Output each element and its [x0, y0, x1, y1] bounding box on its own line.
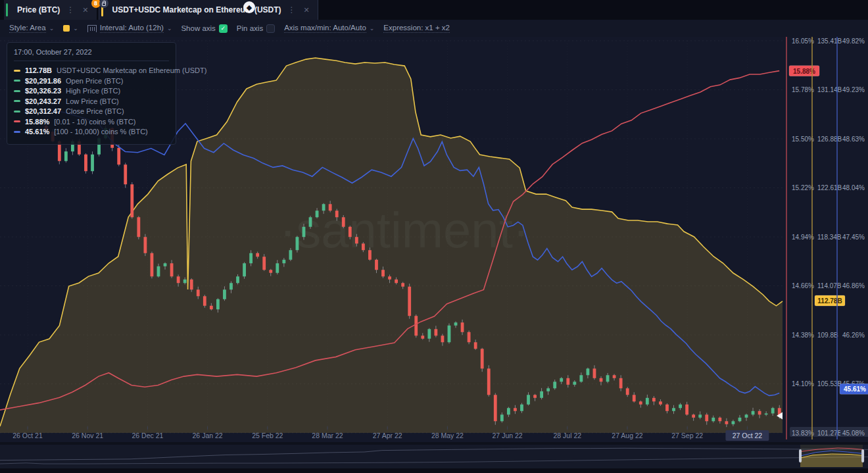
axis-tick-label: 131.14B — [817, 86, 842, 93]
legend-series-label: Close Price (BTC) — [66, 107, 124, 115]
candle — [349, 227, 352, 237]
axis-tick-label: 15.50% — [792, 136, 814, 143]
axis-tick-label: 16.05% — [792, 37, 814, 45]
x-axis-label: 27 Jun 22 — [493, 432, 523, 439]
x-axis-label: 27 Oct 22 — [733, 432, 763, 439]
candle — [685, 405, 688, 414]
nav-drag-handle[interactable] — [799, 449, 802, 462]
show-axis-toggle[interactable]: Show axis ✓ — [181, 24, 227, 33]
candle — [151, 253, 154, 276]
axis-tick-label: 109.8B — [817, 332, 838, 339]
candle — [381, 270, 385, 276]
interval-icon — [87, 25, 97, 32]
show-axis-label: Show axis — [181, 24, 215, 32]
candle — [553, 382, 556, 388]
chevron-down-icon: ⌄ — [167, 25, 172, 32]
pin-axis-toggle[interactable]: Pin axis — [237, 24, 275, 33]
legend-item: 45.61%[100 - 10,000) coins % (BTC) — [14, 128, 169, 136]
expression-control[interactable]: Expression: x1 + x2 — [383, 24, 450, 33]
axis-tick-label: 14.66% — [792, 282, 814, 289]
candle — [758, 411, 761, 414]
axis-tick-label: 105.53B — [817, 380, 842, 387]
show-axis-checkbox[interactable]: ✓ — [219, 24, 228, 33]
style-dropdown[interactable]: Style: Area ⌄ — [9, 24, 54, 33]
candle — [91, 155, 94, 171]
explore-diamond-button[interactable]: ◆ — [243, 1, 255, 13]
tab-title: Price (BTC) — [12, 5, 60, 14]
x-axis-label: 27 Apr 22 — [373, 432, 402, 439]
legend-series-dash — [14, 131, 20, 133]
axis-tick-label: 46.86% — [842, 282, 865, 289]
candle — [732, 421, 735, 424]
candle — [164, 263, 167, 266]
candle — [652, 398, 656, 401]
candle — [705, 414, 708, 421]
tab-close-icon[interactable]: ✕ — [302, 6, 311, 14]
candle — [639, 401, 642, 405]
legend-rows: 112.78BUSDT+USDC Marketcap on Ethereum (… — [14, 66, 169, 136]
tab-close-icon[interactable]: ✕ — [81, 6, 89, 14]
axis-maxmin-label: Axis max/min: Auto/Auto — [284, 24, 366, 33]
candle — [587, 368, 590, 375]
candle — [718, 418, 721, 421]
candle — [665, 405, 669, 411]
axis-tick-label: 101.27B — [817, 430, 842, 437]
color-swatch-dropdown[interactable]: ⌄ — [63, 25, 78, 32]
candle — [302, 227, 306, 237]
candle — [269, 270, 272, 273]
chevron-down-icon: ⌄ — [73, 25, 78, 32]
interval-dropdown[interactable]: Interval: Auto (12h) ⌄ — [87, 24, 172, 33]
tooltip-timestamp: 17:00, October 27, 2022 — [14, 48, 169, 61]
candle — [262, 257, 266, 270]
candle — [441, 336, 445, 342]
candle — [711, 418, 715, 421]
candle — [745, 414, 748, 418]
x-axis-label: 28 Mar 22 — [312, 432, 343, 439]
candle — [316, 211, 319, 217]
axis-tick-label: 48.63% — [842, 136, 865, 143]
svg-text:112.78B: 112.78B — [817, 297, 842, 305]
legend-item: 112.78BUSDT+USDC Marketcap on Ethereum (… — [14, 66, 169, 74]
candle — [210, 306, 213, 309]
candle — [157, 266, 160, 276]
candle — [236, 276, 239, 283]
axis-tick-label: 114.07B — [817, 282, 842, 289]
candle — [692, 414, 695, 418]
tab-menu-icon[interactable]: ⋮ — [287, 5, 297, 14]
chart-area[interactable]: ·santiment·16.05%15.78%15.50%15.22%14.94… — [0, 37, 868, 442]
candle — [296, 237, 299, 250]
nav-drag-handle[interactable] — [861, 449, 864, 462]
candle — [322, 204, 326, 211]
candle — [197, 289, 200, 296]
tab-usdt-usdc-marketcap[interactable]: 8 USDT+USDC Marketcap on Ethereum (USDT)… — [99, 0, 318, 20]
tab-price-btc[interactable]: Price (BTC) ⋮ ✕ — [4, 0, 97, 20]
pin-axis-checkbox[interactable] — [266, 24, 275, 33]
legend-series-value: 45.61% — [25, 128, 49, 136]
legend-series-value: 15.88% — [25, 118, 49, 126]
x-axis-label: 28 May 22 — [431, 432, 464, 439]
svg-text:45.61%: 45.61% — [844, 386, 866, 393]
x-axis-label: 25 Feb 22 — [252, 432, 283, 439]
candle — [752, 411, 755, 414]
candle — [619, 378, 623, 388]
legend-item: $20,312.47Close Price (BTC) — [14, 107, 169, 115]
candle — [282, 260, 285, 263]
candle — [368, 250, 372, 260]
candle — [546, 388, 550, 391]
candle — [765, 413, 768, 414]
candle — [170, 263, 174, 276]
candle — [229, 283, 233, 289]
legend-series-label: [0.01 - 10) coins % (BTC) — [54, 118, 135, 126]
legend-series-value: $20,326.23 — [25, 87, 61, 95]
candle — [355, 237, 358, 243]
x-axis-label: 27 Sep 22 — [671, 432, 703, 439]
candle — [177, 276, 180, 283]
tab-menu-icon[interactable]: ⋮ — [65, 5, 76, 14]
axis-tick-label: 47.45% — [842, 234, 865, 241]
tab-accent-green — [6, 3, 8, 16]
x-axis-label: 26 Dec 21 — [132, 432, 163, 439]
axis-tick-label: 14.94% — [792, 234, 814, 241]
legend-series-label: Open Price (BTC) — [66, 77, 123, 85]
time-range-navigator[interactable] — [0, 445, 868, 468]
axis-maxmin-dropdown[interactable]: Axis max/min: Auto/Auto ⌄ — [284, 24, 374, 33]
